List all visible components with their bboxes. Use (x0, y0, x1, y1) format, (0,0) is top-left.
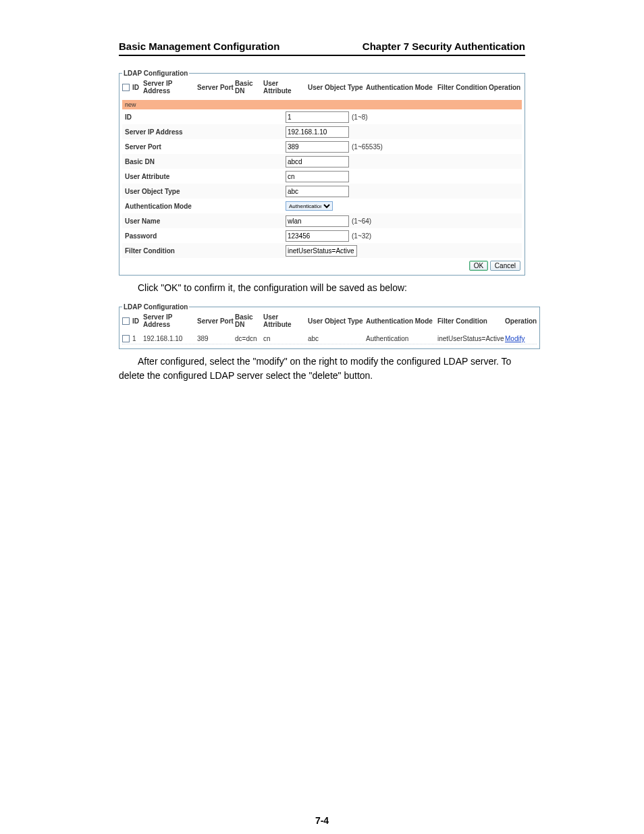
input-userattr[interactable] (286, 171, 349, 182)
input-password[interactable] (286, 230, 349, 242)
hint-id: (1~8) (352, 113, 368, 121)
cell-authmode: Authentication (366, 335, 437, 342)
cell-filter: inetUserStatus=Active (437, 335, 505, 342)
col2-basicdn: Basic DN (235, 313, 263, 328)
new-bar: new (122, 100, 522, 109)
input-port[interactable] (286, 141, 349, 153)
label-port: Server Port (125, 143, 286, 151)
col-authmode: Authentication Mode (366, 84, 437, 91)
col2-serverip: Server IP Address (143, 313, 197, 328)
input-basicdn[interactable] (286, 156, 349, 167)
label-authmode: Authentication Mode (125, 203, 286, 210)
input-serverip[interactable] (286, 126, 349, 138)
col2-filter: Filter Condition (437, 317, 505, 325)
hint-username: (1~64) (352, 217, 371, 225)
label-password: Password (125, 232, 286, 240)
col-userattr: User Attribute (263, 80, 308, 95)
ldap-config-result: LDAP Configuration ID Server IP Address … (119, 303, 540, 349)
col2-port: Server Port (197, 317, 235, 325)
select-all-checkbox-2[interactable] (122, 317, 130, 325)
col2-operation: Operation (505, 317, 537, 325)
paragraph-1: Click "OK" to confirm it, the configurat… (119, 281, 525, 295)
col2-id: ID (132, 317, 143, 325)
col-filter: Filter Condition (437, 84, 489, 91)
label-userattr: User Attribute (125, 173, 286, 180)
col2-userattr: User Attribute (263, 313, 308, 328)
input-filter[interactable] (286, 245, 357, 257)
page-number: 7-4 (119, 815, 525, 826)
ldap-config-form: LDAP Configuration ID Server IP Address … (119, 70, 525, 276)
modify-link[interactable]: Modify (505, 335, 525, 342)
header-right: Chapter 7 Security Authentication (363, 41, 525, 52)
col-basicdn: Basic DN (235, 80, 263, 95)
col2-authmode: Authentication Mode (366, 317, 437, 325)
input-userobj[interactable] (286, 186, 349, 197)
label-basicdn: Basic DN (125, 158, 286, 165)
ok-button[interactable]: OK (469, 261, 488, 271)
label-username: User Name (125, 217, 286, 225)
input-username[interactable] (286, 215, 349, 227)
row-checkbox[interactable] (122, 335, 130, 342)
cell-port: 389 (197, 335, 235, 342)
label-userobj: User Object Type (125, 188, 286, 195)
cell-basicdn: dc=dcn (235, 335, 263, 342)
select-authmode[interactable]: Authentication (286, 201, 333, 211)
cell-serverip: 192.168.1.10 (143, 335, 197, 342)
page-header: Basic Management Configuration Chapter 7… (119, 41, 525, 56)
label-serverip: Server IP Address (125, 128, 286, 136)
col-userobj: User Object Type (308, 84, 366, 91)
label-filter: Filter Condition (125, 247, 286, 255)
column-header-row: ID Server IP Address Server Port Basic D… (122, 78, 522, 100)
cell-userobj: abc (308, 335, 366, 342)
col-port: Server Port (197, 84, 235, 91)
col2-userobj: User Object Type (308, 317, 366, 325)
select-all-checkbox[interactable] (122, 84, 130, 91)
hint-port: (1~65535) (352, 143, 383, 151)
input-id[interactable] (286, 111, 349, 123)
column-header-row-2: ID Server IP Address Server Port Basic D… (122, 312, 537, 334)
col-operation: Operation (489, 84, 520, 91)
col-id: ID (132, 84, 143, 91)
label-id: ID (125, 113, 286, 121)
hint-password: (1~32) (352, 232, 371, 240)
header-left: Basic Management Configuration (119, 41, 279, 52)
cell-userattr: cn (263, 335, 308, 342)
ldap-legend: LDAP Configuration (122, 70, 189, 77)
cell-id: 1 (132, 335, 143, 342)
ldap-legend-2: LDAP Configuration (122, 303, 189, 311)
paragraph-2: After configured, select the "modify" on… (119, 355, 525, 383)
table-row: 1 192.168.1.10 389 dc=dcn cn abc Authent… (122, 334, 537, 344)
cancel-button[interactable]: Cancel (490, 261, 520, 271)
col-serverip: Server IP Address (143, 80, 197, 95)
